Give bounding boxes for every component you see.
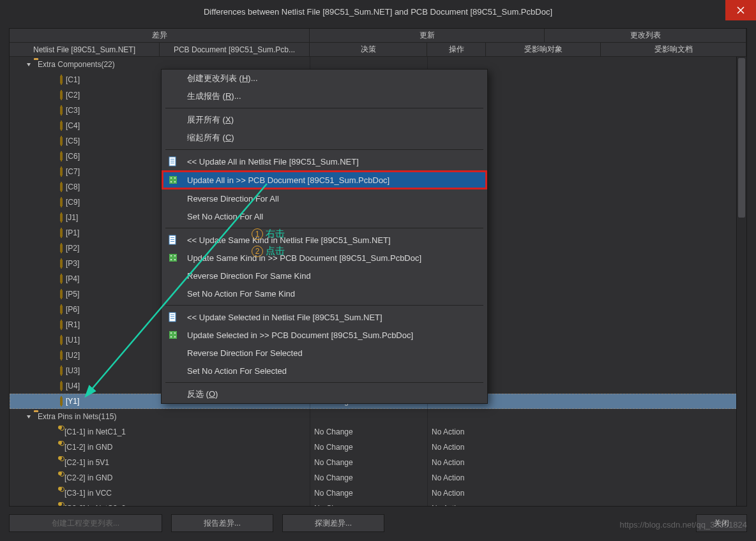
menu-item-label: << Update All in Netlist File [89C51_Sum… [187,157,359,167]
pcb-doc-icon [168,175,178,185]
component-icon [61,366,62,376]
menu-separator [165,149,483,150]
menu-item[interactable]: << Update Same Kind in Netlist File [89C… [162,231,487,249]
explore-diff-button[interactable]: 探测差异... [282,514,384,532]
component-label: [C3] [66,106,80,115]
expander-open-icon[interactable] [25,61,33,68]
pin-label: [C3-2] in NetC3_2 [64,504,126,506]
netlist-doc-icon [168,235,178,245]
svg-rect-13 [169,254,177,262]
menu-item-label: Update Same Kind in >> PCB Document [89C… [187,253,421,263]
svg-point-5 [170,177,172,179]
header-affectobj[interactable]: 受影响对象 [486,43,601,56]
menu-item[interactable]: 展开所有 (X) [162,111,487,129]
group-label: Extra Components(22) [38,60,115,69]
menu-item[interactable]: 创建更改列表 (H)... [162,70,487,87]
menu-item[interactable]: Set No Action For Selected [162,362,487,380]
svg-rect-2 [170,161,174,161]
component-label: [U4] [66,382,80,390]
svg-rect-20 [170,316,174,317]
menu-item[interactable]: Set No Action For Same Kind [162,285,487,302]
create-changelist-button[interactable]: 创建工程变更列表... [9,514,162,532]
tree-row[interactable]: [C2-2] in GNDNo ChangeNo Action [10,470,746,485]
header-update[interactable]: 更新 [310,29,545,42]
svg-point-8 [174,181,176,182]
column-header-row2: Netlist File [89C51_Sum.NET] PCB Documen… [10,43,746,57]
menu-item[interactable]: 生成报告 (R)... [162,87,487,105]
header-pcbdoc[interactable]: PCB Document [89C51_Sum.Pcb... [160,43,310,56]
report-diff-button[interactable]: 报告差异... [171,514,273,532]
svg-rect-10 [170,237,174,238]
component-icon [61,151,62,161]
menu-item[interactable]: Reverse Direction For All [162,189,487,207]
svg-rect-19 [170,315,174,315]
tree-row[interactable]: [C3-1] in VCCNo ChangeNo Action [10,485,746,501]
netlist-doc-icon [168,156,178,167]
expander-open-icon[interactable] [25,413,33,420]
component-icon [61,396,62,406]
scrollbar-track[interactable] [736,57,746,506]
component-icon [61,105,62,115]
component-icon [61,90,62,100]
menu-item[interactable]: Update Same Kind in >> PCB Document [89C… [162,249,487,267]
menu-item[interactable]: << Update Selected in Netlist File [89C5… [162,308,487,326]
component-icon [61,274,62,284]
component-label: [C6] [66,152,80,161]
svg-rect-12 [170,241,174,242]
svg-rect-21 [170,318,174,319]
svg-rect-11 [170,239,174,240]
component-icon [61,197,62,207]
component-label: [U3] [66,366,80,375]
menu-item[interactable]: 反选 (O) [162,385,487,403]
component-label: [C4] [66,121,80,130]
header-affectdoc[interactable]: 受影响文档 [601,43,746,56]
menu-item[interactable]: Set No Action For All [162,207,487,225]
svg-rect-4 [169,176,177,184]
component-icon [61,243,62,253]
component-icon [61,320,62,330]
svg-point-7 [170,181,172,182]
group-label: Extra Pins in Nets(115) [38,412,116,421]
menu-item-label: 缩起所有 (C) [187,132,234,144]
svg-point-14 [170,255,172,256]
svg-point-17 [174,259,176,260]
scrollbar-thumb[interactable] [738,58,745,218]
svg-point-16 [170,259,172,260]
menu-separator [165,228,483,228]
menu-item[interactable]: Reverse Direction For Same Kind [162,267,487,285]
header-changelist[interactable]: 更改列表 [545,29,746,42]
tree-row[interactable]: [C1-2] in GNDNo ChangeNo Action [10,440,746,455]
window-title: Differences between Netlist File [89C51_… [204,7,552,17]
component-label: [P5] [66,290,79,299]
menu-item-label: Set No Action For Selected [187,366,287,376]
component-icon [61,75,62,85]
pin-label: [C1-2] in GND [64,443,112,452]
menu-item[interactable]: Update All in >> PCB Document [89C51_Sum… [162,170,487,189]
tree-row[interactable]: [C1-1] in NetC1_1No ChangeNo Action [10,424,746,440]
menu-item[interactable]: Reverse Direction For Selected [162,344,487,362]
svg-point-26 [174,336,176,337]
svg-rect-22 [169,331,177,339]
menu-item[interactable]: 缩起所有 (C) [162,129,487,147]
component-label: [P2] [66,244,79,253]
component-label: [R1] [66,320,80,329]
menu-item[interactable]: Update Selected in >> PCB Document [89C5… [162,326,487,344]
component-icon [61,304,62,315]
tree-row[interactable]: [C3-2] in NetC3_2No ChangeNo Action [10,501,746,506]
tree-row[interactable]: Extra Pins in Nets(115) [10,409,746,424]
header-decision[interactable]: 决策 [310,43,427,56]
header-netlist[interactable]: Netlist File [89C51_Sum.NET] [10,43,160,56]
header-diff[interactable]: 差异 [10,29,310,42]
close-button[interactable] [725,0,756,20]
component-icon [61,381,62,391]
component-label: [P6] [66,305,79,314]
component-icon [61,258,62,269]
svg-rect-3 [170,163,174,163]
component-icon [61,136,62,146]
menu-item[interactable]: << Update All in Netlist File [89C51_Sum… [162,152,487,170]
component-label: [C9] [66,198,80,207]
pin-label: [C3-1] in VCC [64,489,112,498]
titlebar: Differences between Netlist File [89C51_… [0,0,756,23]
header-action[interactable]: 操作 [427,43,486,56]
tree-row[interactable]: [C2-1] in 5V1No ChangeNo Action [10,455,746,470]
